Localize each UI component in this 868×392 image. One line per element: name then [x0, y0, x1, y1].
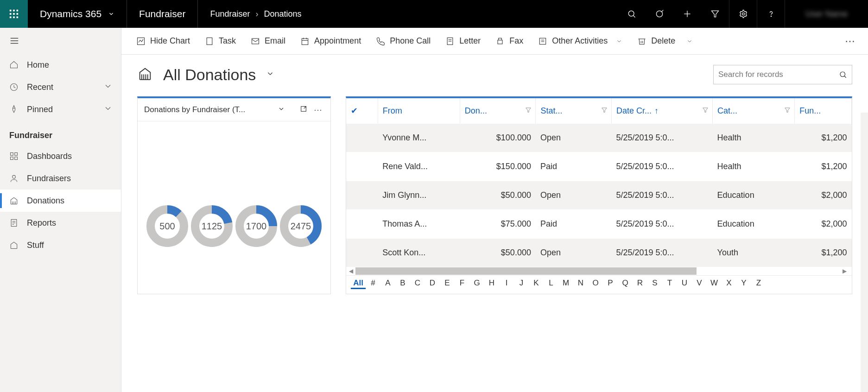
chevron-down-icon [103, 82, 113, 93]
alpha-T[interactable]: T [662, 278, 677, 289]
table-row[interactable]: Yvonne M...$100.000Open5/25/2019 5:0...H… [346, 124, 852, 152]
nav-donations[interactable]: Donations [0, 190, 121, 212]
brand-switcher[interactable]: Dynamics 365 [28, 0, 127, 28]
alpha-All[interactable]: All [351, 278, 366, 289]
nav-recent[interactable]: Recent [0, 76, 121, 98]
donut-chart[interactable]: 500 [146, 205, 189, 247]
alpha-L[interactable]: L [544, 278, 558, 289]
add-icon[interactable] [673, 0, 701, 28]
alpha-F[interactable]: F [455, 278, 469, 289]
alpha-Y[interactable]: Y [736, 278, 751, 289]
chart-expand-icon[interactable] [300, 105, 307, 114]
alpha-G[interactable]: G [469, 278, 484, 289]
filter-icon[interactable] [702, 106, 709, 116]
alpha-M[interactable]: M [558, 278, 573, 289]
alpha-A[interactable]: A [380, 278, 395, 289]
filter-icon[interactable] [701, 0, 729, 28]
sidebar-toggle[interactable] [0, 28, 121, 54]
view-selector-chevron[interactable] [266, 70, 274, 80]
table-row[interactable]: Jim Glynn...$50.000Open5/25/2019 5:0...E… [346, 181, 852, 210]
col-select-all[interactable]: ✔ [346, 98, 378, 124]
alpha-K[interactable]: K [529, 278, 544, 289]
table-row[interactable]: Rene Vald...$150.000Paid5/25/2019 5:0...… [346, 152, 852, 181]
cmd-delete[interactable]: Delete [631, 28, 682, 55]
cmd-delete-chevron[interactable] [684, 28, 696, 55]
col-date[interactable]: Date Cr... [611, 98, 712, 124]
cmd-other-activities[interactable]: Other Activities [532, 28, 629, 55]
col-from[interactable]: From [378, 98, 460, 124]
alpha-B[interactable]: B [395, 278, 410, 289]
col-status[interactable]: Stat... [536, 98, 612, 124]
cmd-task[interactable]: Task [198, 28, 242, 55]
user-menu[interactable]: User Name [785, 0, 868, 28]
alpha-D[interactable]: D [425, 278, 440, 289]
alpha-N[interactable]: N [573, 278, 588, 289]
alpha-V[interactable]: V [692, 278, 707, 289]
alpha-H[interactable]: H [484, 278, 499, 289]
svg-rect-48 [540, 38, 546, 44]
table-row[interactable]: Thomas A...$75.000Paid5/25/2019 5:0...Ed… [346, 210, 852, 239]
cmd-hide-chart[interactable]: Hide Chart [130, 28, 196, 55]
chart-more-icon[interactable]: ⋯ [312, 105, 324, 115]
alpha-O[interactable]: O [588, 278, 603, 289]
chart-title[interactable]: Donations by Fundraiser (T... [144, 105, 273, 114]
search-input[interactable] [718, 70, 839, 79]
chart-chevron-icon[interactable] [278, 105, 285, 114]
nav-fundraisers[interactable]: Fundraisers [0, 167, 121, 190]
help-icon[interactable] [757, 0, 785, 28]
cmd-letter[interactable]: Letter [439, 28, 487, 55]
filter-icon[interactable] [525, 106, 532, 116]
alpha-R[interactable]: R [633, 278, 647, 289]
settings-icon[interactable] [729, 0, 757, 28]
task-flow-icon[interactable] [646, 0, 673, 28]
cmd-phone[interactable]: Phone Call [369, 28, 437, 55]
horizontal-scrollbar[interactable]: ◀ ▶ [346, 267, 852, 275]
alpha-E[interactable]: E [440, 278, 455, 289]
nav-pinned[interactable]: Pinned [0, 98, 121, 120]
nav-dashboards-label: Dashboards [27, 152, 72, 161]
donut-chart[interactable]: 2475 [279, 205, 322, 247]
nav-stuff[interactable]: Stuff [0, 234, 121, 256]
nav-reports[interactable]: Reports [0, 212, 121, 234]
search-box[interactable] [713, 65, 852, 84]
alpha-J[interactable]: J [514, 278, 529, 289]
top-actions: User Name [618, 0, 868, 28]
alpha-I[interactable]: I [499, 278, 514, 289]
cmd-overflow[interactable]: ⋯ [840, 28, 860, 55]
cmd-fax[interactable]: Fax [489, 28, 530, 55]
donut-chart[interactable]: 1700 [235, 205, 278, 247]
search-icon[interactable] [618, 0, 646, 28]
donut-chart[interactable]: 1125 [190, 205, 233, 247]
svg-point-26 [13, 175, 16, 178]
nav-home[interactable]: Home [0, 54, 121, 76]
app-name[interactable]: Fundraiser [127, 0, 198, 28]
alpha-#[interactable]: # [366, 278, 380, 289]
alpha-W[interactable]: W [707, 278, 722, 289]
waffle-menu[interactable] [0, 0, 28, 28]
filter-icon[interactable] [784, 106, 791, 116]
col-category[interactable]: Cat... [713, 98, 795, 124]
svg-marker-15 [712, 11, 719, 17]
scroll-right-icon[interactable]: ▶ [843, 268, 849, 274]
svg-rect-36 [138, 38, 145, 44]
alpha-S[interactable]: S [647, 278, 662, 289]
alpha-Q[interactable]: Q [618, 278, 633, 289]
cmd-appointment[interactable]: Appointment [294, 28, 367, 55]
filter-icon[interactable] [601, 106, 608, 116]
nav-dashboards[interactable]: Dashboards [0, 145, 121, 167]
view-title[interactable]: All Donations [163, 66, 256, 84]
vertical-scrollbar[interactable] [861, 113, 868, 392]
search-icon[interactable] [839, 70, 847, 79]
table-row[interactable]: Scott Kon...$50.000Open5/25/2019 5:0...Y… [346, 239, 852, 267]
alpha-U[interactable]: U [677, 278, 692, 289]
cmd-email[interactable]: Email [244, 28, 292, 55]
alpha-P[interactable]: P [603, 278, 618, 289]
col-fundraiser[interactable]: Fun... [795, 98, 852, 124]
col-donation[interactable]: Don... [460, 98, 536, 124]
alpha-X[interactable]: X [722, 278, 736, 289]
breadcrumb-root[interactable]: Fundraiser [210, 9, 250, 19]
alpha-C[interactable]: C [410, 278, 425, 289]
svg-rect-46 [498, 40, 502, 44]
alpha-Z[interactable]: Z [751, 278, 766, 289]
scroll-left-icon[interactable]: ◀ [349, 268, 355, 274]
